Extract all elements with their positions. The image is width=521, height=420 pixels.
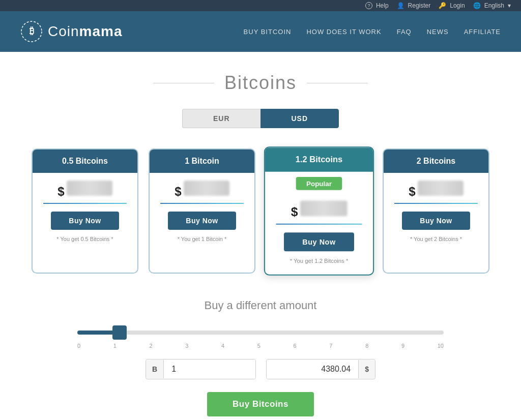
card-0.5-buy-button[interactable]: Buy Now [51,212,119,230]
page-title: Bitcoins [224,72,297,94]
card-0.5-price-blur [67,181,112,196]
btc-amount-field: B [146,359,256,379]
card-2-bitcoin: 2 Bitcoins $ Buy Now * You get 2 Bitcoin… [383,148,489,274]
card-2-header: 2 Bitcoins [384,149,488,173]
usd-input[interactable] [267,359,358,379]
slider-label-3: 3 [185,343,188,349]
card-1-price: $ [150,181,254,199]
slider-label-6: 6 [294,343,297,349]
card-0.5-underline [43,203,127,204]
top-bar: ? Help 👤 Register 🔑 Login 🌐 English ▾ [0,0,521,11]
globe-icon: 🌐 [473,2,481,9]
card-2-footnote: * You get 2 Bitcoins * [384,236,488,242]
title-divider: Bitcoins [10,72,511,94]
different-amount-title: Buy a different amount [67,299,454,312]
slider-label-8: 8 [365,343,368,349]
slider-label-10: 10 [438,343,444,349]
amount-slider-container [67,327,454,337]
logo-text: Coinmama [48,23,123,40]
page-title-section: Bitcoins [10,72,511,94]
register-icon: 👤 [397,2,404,9]
amount-slider[interactable] [77,331,444,335]
card-1-price-blur [184,181,229,196]
login-icon: 🔑 [439,2,446,9]
eur-button[interactable]: EUR [182,109,260,128]
card-0.5-price: $ [33,181,137,199]
currency-toggle: EUR USD [10,109,511,128]
slider-label-5: 5 [257,343,260,349]
card-1-header: 1 Bitcoin [150,149,254,173]
card-2-price-blur [418,181,464,196]
card-1-buy-button[interactable]: Buy Now [168,212,236,230]
card-1.2-footnote: * You get 1.2 Bitcoins * [265,258,373,264]
nav-faq[interactable]: FAQ [397,25,412,38]
card-0.5-currency-sym: $ [57,185,64,199]
nav-buy-bitcoin[interactable]: BUY BITCOIN [244,25,292,38]
help-icon: ? [365,2,372,9]
slider-label-7: 7 [329,343,332,349]
chevron-down-icon: ▾ [508,2,511,9]
language-dropdown[interactable]: 🌐 English ▾ [473,2,511,9]
card-0.5-bitcoin: 0.5 Bitcoins $ Buy Now * You get 0.5 Bit… [32,148,138,274]
title-line-left [153,83,214,83]
slider-label-4: 4 [221,343,224,349]
title-line-right [307,83,368,83]
nav-how-it-works[interactable]: HOW DOES IT WORK [306,25,381,38]
card-1.2-underline [276,224,362,225]
logo-icon: ₿ [20,20,43,43]
btc-input[interactable] [164,359,255,379]
card-1.2-price-blur [300,200,348,216]
slider-label-1: 1 [113,343,117,349]
card-1.2-header: 1.2 Bitcoins [265,147,373,171]
card-2-buy-button[interactable]: Buy Now [402,212,470,230]
card-1-currency-sym: $ [175,185,181,199]
slider-label-9: 9 [401,343,404,349]
card-0.5-footnote: * You get 0.5 Bitcoins * [33,236,137,242]
amount-inputs: B $ [67,359,454,379]
card-2-price: $ [384,181,488,199]
buy-bitcoins-button[interactable]: Buy Bitcoins [207,392,314,416]
usd-button[interactable]: USD [260,109,339,128]
usd-amount-field: $ [266,359,375,379]
logo[interactable]: ₿ Coinmama [20,20,123,43]
login-link[interactable]: 🔑 Login [439,2,465,9]
popular-badge: Popular [265,172,373,193]
slider-label-2: 2 [150,343,153,349]
slider-labels: 0 1 2 3 4 5 6 7 8 9 10 [67,341,454,349]
register-link[interactable]: 👤 Register [397,2,431,9]
svg-text:₿: ₿ [30,26,34,36]
card-2-underline [394,203,478,204]
card-1.2-price: $ [265,200,373,219]
card-1-underline [160,203,244,204]
nav-news[interactable]: NEWS [427,25,449,38]
card-0.5-header: 0.5 Bitcoins [33,149,137,173]
card-2-currency-sym: $ [409,185,415,199]
slider-label-0: 0 [77,343,80,349]
card-1.2-currency-sym: $ [291,205,298,220]
usd-suffix: $ [358,360,375,378]
btc-prefix: B [146,360,164,378]
card-1.2-buy-button[interactable]: Buy Now [284,232,354,251]
help-link[interactable]: ? Help [365,2,389,9]
main-content: Bitcoins EUR USD 0.5 Bitcoins $ Buy Now … [0,52,521,420]
card-1-footnote: * You get 1 Bitcoin * [150,236,254,242]
nav-affiliate[interactable]: AFFILIATE [464,25,501,38]
card-1-bitcoin: 1 Bitcoin $ Buy Now * You get 1 Bitcoin … [149,148,255,274]
header: ₿ Coinmama BUY BITCOIN HOW DOES IT WORK … [0,11,521,52]
pricing-cards: 0.5 Bitcoins $ Buy Now * You get 0.5 Bit… [10,148,511,274]
card-1.2-bitcoin: 1.2 Bitcoins Popular $ Buy Now * You get… [264,146,374,275]
different-amount-section: Buy a different amount 0 1 2 3 4 5 6 7 8… [67,299,454,416]
main-nav: BUY BITCOIN HOW DOES IT WORK FAQ NEWS AF… [244,25,501,38]
